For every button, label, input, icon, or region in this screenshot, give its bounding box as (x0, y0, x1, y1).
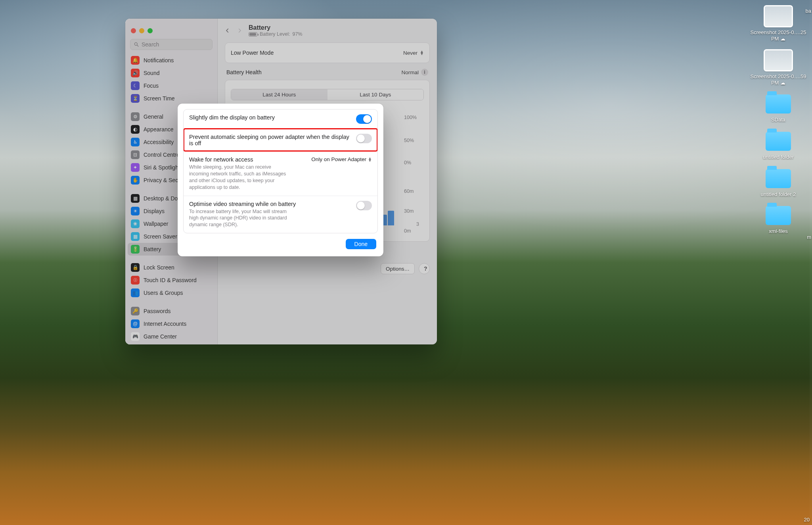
sidebar-item-sound[interactable]: 🔊Sound (128, 67, 215, 79)
battery-health-label: Battery Health (226, 69, 262, 75)
sidebar-item-label: Battery (144, 246, 161, 252)
sidebar-item-label: Appearance (144, 126, 174, 133)
toggle-knob (357, 135, 365, 142)
segment-last-24-hours[interactable]: Last 24 Hours (231, 89, 327, 100)
folder-icon (766, 169, 791, 188)
focus-icon: ☾ (131, 81, 140, 90)
desktop-item-screenshot-2025-0-59-pm[interactable]: Screenshot 2025-0….59 PM ☁︎ (749, 50, 808, 86)
search-placeholder: Search (142, 41, 159, 48)
sidebar-item-focus[interactable]: ☾Focus (128, 79, 215, 92)
search-icon (134, 42, 139, 47)
sidebar-item-label: Touch ID & Password (144, 277, 197, 283)
sidebar-item-lock-screen[interactable]: 🔒Lock Screen (128, 261, 215, 274)
cloud-icon: ☁︎ (780, 36, 785, 42)
users-groups-icon: 👥 (131, 288, 140, 297)
window-traffic-lights (125, 25, 217, 39)
sidebar-item-label: General (144, 113, 163, 120)
low-power-mode-select[interactable]: Never ▲▼ (403, 50, 424, 56)
general-icon: ⚙ (131, 112, 140, 121)
sidebar-item-label: Lock Screen (144, 264, 174, 271)
notifications-icon: 🔔 (131, 56, 140, 65)
sidebar-item-label: Passwords (144, 308, 170, 314)
desktop-item-sdata[interactable]: SData (749, 94, 808, 123)
nav-buttons (225, 25, 242, 36)
desktop-item-label: untitled folder (763, 154, 794, 160)
chevron-updown-icon: ▲▼ (420, 50, 424, 55)
toggle-knob (357, 202, 365, 210)
desktop-item-screenshot-2025-0-25-pm[interactable]: Screenshot 2025-0….25 PM ☁︎ (749, 6, 808, 42)
option-select-wake[interactable]: Only on Power Adapter▲▼ (311, 156, 372, 162)
sidebar-item-label: Game Center (144, 333, 177, 340)
desktop-item-label: Screenshot 2025-0….25 PM ☁︎ (749, 29, 808, 42)
desktop-item-untitled-folder-2[interactable]: untitled folder 2 (749, 169, 808, 198)
lock-screen-icon: 🔒 (131, 263, 140, 272)
toggle-knob (363, 115, 371, 123)
option-label: Slightly dim the display on battery (189, 114, 275, 121)
sidebar-item-label: Displays (144, 208, 165, 214)
option-label: Optimise video streaming while on batter… (189, 201, 296, 207)
low-power-mode-label: Low Power Mode (231, 50, 274, 56)
sidebar-item-users-groups[interactable]: 👥Users & Groups (128, 287, 215, 299)
sidebar-item-passwords[interactable]: 🔑Passwords (128, 305, 215, 317)
battery-health-value: Normal (401, 69, 419, 75)
sidebar-item-label: Siri & Spotlight (144, 164, 180, 171)
game-center-icon: 🎮 (131, 332, 140, 341)
passwords-icon: 🔑 (131, 307, 140, 315)
close-window-button[interactable] (131, 28, 136, 33)
battery-icon (249, 32, 257, 37)
sidebar-item-label: Internet Accounts (144, 321, 186, 327)
battery-icon: 🔋 (131, 245, 140, 254)
desktop-item-label: Screenshot 2025-0….59 PM ☁︎ (749, 73, 808, 86)
chart-y-labels: 100% 50% 0% 60m 30m 0m (404, 114, 424, 231)
desktop-icons: Screenshot 2025-0….25 PM ☁︎Screenshot 20… (749, 6, 808, 243)
forward-button[interactable] (237, 27, 242, 36)
info-icon[interactable]: i (421, 69, 428, 76)
sidebar-item-wallet-apple-pay[interactable]: ⧉Wallet & Apple Pay (128, 343, 215, 344)
segment-last-10-days[interactable]: Last 10 Days (327, 89, 424, 100)
page-title: Battery (249, 24, 302, 31)
help-button[interactable]: ? (419, 263, 430, 274)
low-power-panel: Low Power Mode Never ▲▼ (225, 42, 430, 63)
sidebar-item-label: Screen Saver (144, 233, 177, 240)
sidebar-item-label: Focus (144, 83, 159, 89)
desktop-dock-icon: ▦ (131, 194, 140, 203)
toggle-prevent-sleep[interactable] (356, 134, 372, 143)
option-label: Wake for network access (189, 156, 292, 163)
zoom-window-button[interactable] (147, 28, 153, 33)
privacy-security-icon: ✋ (131, 176, 140, 185)
desktop-item-xml-files[interactable]: xml-files (749, 206, 808, 235)
minimize-window-button[interactable] (139, 28, 144, 33)
sidebar-item-label: Notifications (144, 57, 174, 63)
sidebar-item-internet-accounts[interactable]: @Internet Accounts (128, 317, 215, 330)
desktop-item-label: xml-files (769, 228, 788, 235)
displays-icon: ☀︎ (131, 207, 140, 215)
option-row-wake: Wake for network accessWhile sleeping, y… (184, 151, 377, 196)
desktop-item-label: SData (771, 117, 785, 123)
search-input[interactable]: Search (130, 39, 213, 50)
sound-icon: 🔊 (131, 69, 140, 77)
svg-point-0 (134, 42, 137, 45)
sidebar-item-label: Accessibility (144, 139, 174, 145)
options-button[interactable]: Options… (381, 263, 415, 274)
screen-edge-right (810, 0, 812, 525)
screen-saver-icon: ▦ (131, 232, 140, 241)
battery-level-status: Battery Level: 97% (249, 31, 302, 37)
back-button[interactable] (225, 27, 230, 36)
screenshot-thumb-icon (765, 50, 792, 70)
sidebar-item-game-center[interactable]: 🎮Game Center (128, 330, 215, 343)
option-label: Prevent automatic sleeping on power adap… (189, 134, 350, 146)
sidebar-item-notifications[interactable]: 🔔Notifications (128, 54, 215, 67)
done-button[interactable]: Done (346, 239, 376, 249)
sidebar-item-screen-time[interactable]: ⏳Screen Time (128, 92, 215, 105)
siri-spotlight-icon: ✦ (131, 163, 140, 172)
toggle-optimise[interactable] (356, 201, 372, 210)
sidebar-item-touch-id-password[interactable]: ☉Touch ID & Password (128, 274, 215, 287)
toggle-dim[interactable] (356, 114, 372, 124)
folder-icon (766, 206, 791, 225)
internet-accounts-icon: @ (131, 319, 140, 328)
option-description: While sleeping, your Mac can receive inc… (189, 164, 292, 191)
option-row-optimise: Optimise video streaming while on batter… (184, 196, 377, 233)
screenon-bar (388, 211, 394, 225)
desktop-item-untitled-folder[interactable]: untitled folder (749, 132, 808, 160)
option-row-prevent-sleep: Prevent automatic sleeping on power adap… (184, 129, 377, 151)
